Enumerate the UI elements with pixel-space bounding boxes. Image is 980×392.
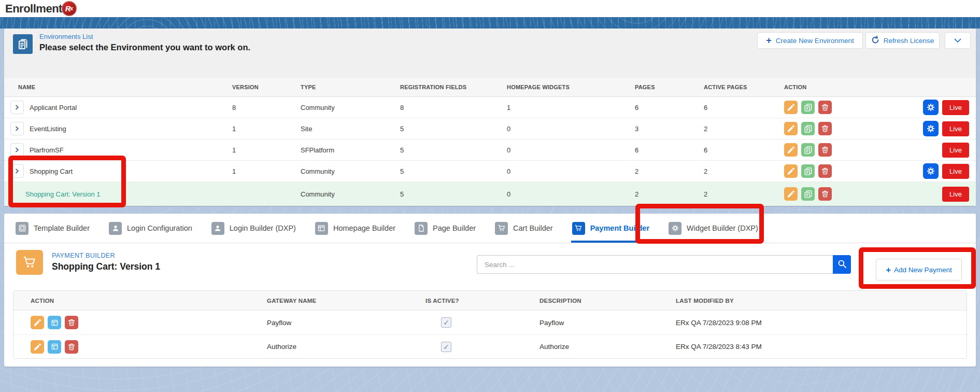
env-name[interactable]: PlarfromSF [30,146,64,154]
environments-header: Environments List Please select the Envi… [4,29,976,78]
env-version: 1 [232,125,301,133]
delete-icon[interactable] [65,316,78,329]
last-modified-by: ERx QA 7/28/2023 9:08 PM [676,319,967,327]
payments-table-header: ACTION GATEWAY NAME IS ACTIVE? DESCRIPTI… [13,291,967,311]
env-homepage-widgets: 0 [507,125,635,133]
builder-tabs: Template Builder Login Configuration Log… [4,214,976,243]
edit-icon[interactable] [784,143,798,157]
col-registration-fields: REGISTRATION FIELDS [400,84,507,90]
chevron-down-icon [954,37,961,45]
user-icon [211,222,224,235]
expand-row-button[interactable] [10,164,24,178]
is-active-checkbox[interactable] [441,342,451,352]
tab-payment-builder[interactable]: Payment Builder [572,214,649,243]
configure-icon[interactable] [48,340,61,354]
payments-table: ACTION GATEWAY NAME IS ACTIVE? DESCRIPTI… [13,290,967,359]
env-name[interactable]: Applicant Portal [30,104,77,111]
tab-homepage-builder[interactable]: Homepage Builder [315,214,395,243]
copy-icon[interactable] [801,164,815,178]
env-registration-fields: 5 [400,146,507,154]
settings-gear-button[interactable] [923,121,939,136]
search-bar [477,255,851,274]
live-button[interactable]: Live [942,121,969,136]
col-active-pages: ACTIVE PAGES [704,84,780,90]
env-active-pages: 6 [704,104,780,111]
col-action: ACTION [31,298,267,304]
edit-icon[interactable] [784,122,798,135]
env-homepage-widgets: 0 [507,190,635,198]
add-new-payment-button[interactable]: + Add New Payment [876,259,962,281]
col-is-active: IS ACTIVE? [425,298,539,304]
env-pages: 3 [635,125,704,133]
env-active-pages: 6 [704,146,780,154]
create-new-environment-button[interactable]: + Create New Environment [757,32,863,49]
edit-icon[interactable] [784,101,798,114]
copy-icon[interactable] [801,122,815,135]
environments-panel: Environments List Please select the Envi… [4,29,976,206]
delete-icon[interactable] [65,340,78,354]
delete-icon[interactable] [818,143,832,157]
col-name: NAME [4,84,232,90]
expand-row-button[interactable] [10,101,24,114]
settings-gear-button[interactable] [923,100,939,115]
tab-template-builder[interactable]: Template Builder [16,214,90,243]
env-pages: 6 [635,146,704,154]
is-active-checkbox[interactable] [441,317,451,328]
delete-icon[interactable] [818,164,832,178]
settings-gear-button[interactable] [923,163,939,179]
tab-page-builder[interactable]: Page Builder [415,214,476,243]
delete-icon[interactable] [818,101,832,114]
col-homepage-widgets: HOMEPAGE WIDGETS [507,84,635,90]
window-icon [315,222,328,235]
live-button[interactable]: Live [942,187,969,202]
copy-icon[interactable] [801,187,815,201]
live-button[interactable]: Live [942,143,969,158]
col-last-modified-by: LAST MODIFIED BY [676,298,967,304]
env-version: 1 [232,167,301,175]
edit-icon[interactable] [784,187,798,201]
env-name[interactable]: EventListing [30,125,66,133]
expand-row-button[interactable] [10,122,24,135]
live-button[interactable]: Live [942,100,969,115]
search-button[interactable] [833,255,851,274]
payment-builder-cart-icon [16,250,43,275]
env-homepage-widgets: 0 [507,167,635,175]
expand-row-button[interactable] [10,143,24,157]
edit-icon[interactable] [31,340,44,354]
copy-icon[interactable] [801,143,815,157]
top-bar: Enrollment Rx [0,0,980,17]
payment-builder-title: Shopping Cart: Version 1 [52,261,160,272]
edit-icon[interactable] [784,164,798,178]
delete-icon[interactable] [818,187,832,201]
blue-pattern-band [0,17,980,29]
col-type: TYPE [301,84,400,90]
gateway-description: Authorize [539,343,676,351]
delete-icon[interactable] [818,122,832,135]
template-builder-icon [16,222,29,235]
payment-builder-label: PAYMENT BUILDER [52,252,115,259]
env-version-link[interactable]: Shopping Cart: Version 1 [25,190,101,198]
tab-widget-builder-dxp[interactable]: Widget Builder (DXP) [669,214,758,243]
user-icon [109,222,122,235]
configure-icon[interactable] [48,316,61,329]
header-dropdown-button[interactable] [945,32,971,49]
tab-cart-builder[interactable]: Cart Builder [495,214,553,243]
env-pages: 2 [635,167,704,175]
env-name[interactable]: Shopping Cart [30,167,73,175]
env-homepage-widgets: 1 [507,104,635,111]
search-input[interactable] [477,255,833,274]
enrollment-rx-logo: Enrollment Rx [5,1,77,16]
cart-icon [572,222,585,235]
tab-login-builder-dxp[interactable]: Login Builder (DXP) [211,214,296,243]
rx-badge-icon: Rx [62,1,77,16]
live-button[interactable]: Live [942,164,969,179]
env-homepage-widgets: 0 [507,146,635,154]
env-active-pages: 2 [704,190,780,198]
payment-row: Payflow Payflow ERx QA 7/28/2023 9:08 PM [13,311,967,334]
env-table-header: NAME VERSION TYPE REGISTRATION FIELDS HO… [4,78,976,97]
copy-icon[interactable] [801,101,815,114]
env-table-row: PlarfromSF 1 SFPlatform 5 0 6 6 Live [4,139,976,161]
edit-icon[interactable] [31,316,44,329]
tab-login-configuration[interactable]: Login Configuration [109,214,192,243]
refresh-license-button[interactable]: Refresh License [865,32,940,49]
